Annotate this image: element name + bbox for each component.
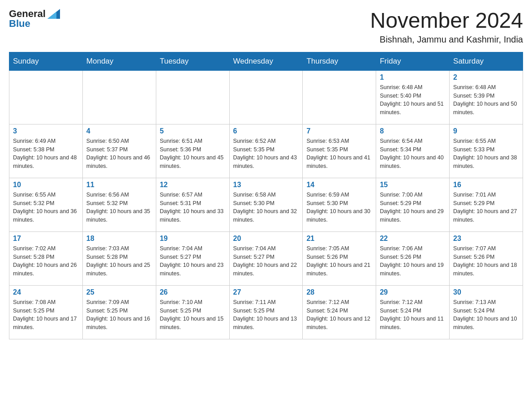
svg-marker-1	[47, 12, 56, 19]
week-row-0: 1Sunrise: 6:48 AMSunset: 5:40 PMDaylight…	[9, 70, 523, 124]
day-number: 19	[160, 235, 226, 243]
calendar-cell	[9, 70, 83, 124]
title-block: November 2024 Bishnah, Jammu and Kashmir…	[370, 9, 523, 45]
day-number: 6	[233, 127, 299, 135]
day-number: 16	[453, 181, 519, 189]
logo-icon	[47, 9, 60, 19]
day-info: Sunrise: 6:52 AMSunset: 5:35 PMDaylight:…	[233, 137, 299, 171]
calendar-cell: 22Sunrise: 7:06 AMSunset: 5:26 PMDayligh…	[376, 231, 450, 285]
day-info: Sunrise: 7:11 AMSunset: 5:25 PMDaylight:…	[233, 298, 299, 332]
day-info: Sunrise: 7:04 AMSunset: 5:27 PMDaylight:…	[233, 244, 299, 278]
calendar-body: 1Sunrise: 6:48 AMSunset: 5:40 PMDaylight…	[9, 70, 523, 339]
calendar-cell: 1Sunrise: 6:48 AMSunset: 5:40 PMDaylight…	[376, 70, 450, 124]
calendar-cell: 13Sunrise: 6:58 AMSunset: 5:30 PMDayligh…	[229, 178, 303, 231]
calendar-cell: 30Sunrise: 7:13 AMSunset: 5:24 PMDayligh…	[450, 285, 523, 339]
day-number: 14	[306, 181, 372, 189]
day-number: 21	[306, 235, 372, 243]
calendar-cell	[156, 70, 229, 124]
day-info: Sunrise: 6:51 AMSunset: 5:36 PMDaylight:…	[160, 137, 226, 171]
calendar-cell: 14Sunrise: 6:59 AMSunset: 5:30 PMDayligh…	[303, 178, 376, 231]
calendar-cell: 19Sunrise: 7:04 AMSunset: 5:27 PMDayligh…	[156, 231, 229, 285]
day-number: 27	[233, 288, 299, 296]
calendar-cell: 2Sunrise: 6:48 AMSunset: 5:39 PMDaylight…	[450, 70, 523, 124]
day-info: Sunrise: 7:04 AMSunset: 5:27 PMDaylight:…	[160, 244, 226, 278]
day-number: 17	[13, 235, 79, 243]
day-info: Sunrise: 7:01 AMSunset: 5:29 PMDaylight:…	[453, 191, 519, 224]
day-info: Sunrise: 6:55 AMSunset: 5:33 PMDaylight:…	[453, 137, 519, 171]
day-info: Sunrise: 6:53 AMSunset: 5:35 PMDaylight:…	[306, 137, 372, 171]
day-number: 13	[233, 181, 299, 189]
day-info: Sunrise: 6:50 AMSunset: 5:37 PMDaylight:…	[86, 137, 152, 171]
day-info: Sunrise: 7:09 AMSunset: 5:25 PMDaylight:…	[86, 298, 152, 332]
weekday-header-wednesday: Wednesday	[229, 52, 303, 70]
calendar-cell: 16Sunrise: 7:01 AMSunset: 5:29 PMDayligh…	[450, 178, 523, 231]
day-info: Sunrise: 7:08 AMSunset: 5:25 PMDaylight:…	[13, 298, 79, 332]
day-info: Sunrise: 7:13 AMSunset: 5:24 PMDaylight:…	[453, 298, 519, 332]
day-number: 15	[380, 181, 446, 189]
weekday-header-tuesday: Tuesday	[156, 52, 229, 70]
day-number: 3	[13, 127, 79, 135]
day-number: 11	[86, 181, 152, 189]
calendar-cell: 23Sunrise: 7:07 AMSunset: 5:26 PMDayligh…	[450, 231, 523, 285]
weekday-header-friday: Friday	[376, 52, 450, 70]
calendar-cell: 26Sunrise: 7:10 AMSunset: 5:25 PMDayligh…	[156, 285, 229, 339]
weekday-header-sunday: Sunday	[9, 52, 83, 70]
logo-blue: Blue	[9, 18, 30, 29]
calendar-cell: 6Sunrise: 6:52 AMSunset: 5:35 PMDaylight…	[229, 124, 303, 178]
day-number: 22	[380, 235, 446, 243]
calendar-cell: 4Sunrise: 6:50 AMSunset: 5:37 PMDaylight…	[82, 124, 156, 178]
calendar-cell: 17Sunrise: 7:02 AMSunset: 5:28 PMDayligh…	[9, 231, 83, 285]
day-number: 5	[160, 127, 226, 135]
logo: General Blue	[9, 9, 60, 29]
day-info: Sunrise: 7:02 AMSunset: 5:28 PMDaylight:…	[13, 244, 79, 278]
calendar-cell: 15Sunrise: 7:00 AMSunset: 5:29 PMDayligh…	[376, 178, 450, 231]
month-title: November 2024	[370, 9, 523, 33]
day-number: 4	[86, 127, 152, 135]
weekday-header-monday: Monday	[82, 52, 156, 70]
calendar-cell	[303, 70, 376, 124]
day-number: 12	[160, 181, 226, 189]
day-number: 25	[86, 288, 152, 296]
calendar-cell	[229, 70, 303, 124]
week-row-1: 3Sunrise: 6:49 AMSunset: 5:38 PMDaylight…	[9, 124, 523, 178]
day-info: Sunrise: 7:00 AMSunset: 5:29 PMDaylight:…	[380, 191, 446, 224]
day-info: Sunrise: 6:48 AMSunset: 5:39 PMDaylight:…	[453, 83, 519, 117]
day-info: Sunrise: 7:07 AMSunset: 5:26 PMDaylight:…	[453, 244, 519, 278]
day-number: 10	[13, 181, 79, 189]
calendar-cell: 3Sunrise: 6:49 AMSunset: 5:38 PMDaylight…	[9, 124, 83, 178]
day-number: 18	[86, 235, 152, 243]
calendar-cell: 21Sunrise: 7:05 AMSunset: 5:26 PMDayligh…	[303, 231, 376, 285]
day-number: 9	[453, 127, 519, 135]
logo-general: General	[9, 9, 46, 19]
calendar-cell: 10Sunrise: 6:55 AMSunset: 5:32 PMDayligh…	[9, 178, 83, 231]
calendar-cell: 8Sunrise: 6:54 AMSunset: 5:34 PMDaylight…	[376, 124, 450, 178]
day-info: Sunrise: 6:55 AMSunset: 5:32 PMDaylight:…	[13, 191, 79, 224]
day-info: Sunrise: 6:58 AMSunset: 5:30 PMDaylight:…	[233, 191, 299, 224]
calendar-cell	[82, 70, 156, 124]
calendar-cell: 27Sunrise: 7:11 AMSunset: 5:25 PMDayligh…	[229, 285, 303, 339]
calendar-cell: 25Sunrise: 7:09 AMSunset: 5:25 PMDayligh…	[82, 285, 156, 339]
week-row-4: 24Sunrise: 7:08 AMSunset: 5:25 PMDayligh…	[9, 285, 523, 339]
calendar-cell: 5Sunrise: 6:51 AMSunset: 5:36 PMDaylight…	[156, 124, 229, 178]
day-info: Sunrise: 7:06 AMSunset: 5:26 PMDaylight:…	[380, 244, 446, 278]
weekday-header-row: SundayMondayTuesdayWednesdayThursdayFrid…	[9, 52, 523, 70]
day-info: Sunrise: 6:54 AMSunset: 5:34 PMDaylight:…	[380, 137, 446, 171]
location-title: Bishnah, Jammu and Kashmir, India	[370, 34, 523, 45]
calendar-cell: 18Sunrise: 7:03 AMSunset: 5:28 PMDayligh…	[82, 231, 156, 285]
calendar-cell: 28Sunrise: 7:12 AMSunset: 5:24 PMDayligh…	[303, 285, 376, 339]
day-info: Sunrise: 7:03 AMSunset: 5:28 PMDaylight:…	[86, 244, 152, 278]
day-info: Sunrise: 6:57 AMSunset: 5:31 PMDaylight:…	[160, 191, 226, 224]
calendar-cell: 24Sunrise: 7:08 AMSunset: 5:25 PMDayligh…	[9, 285, 83, 339]
day-number: 20	[233, 235, 299, 243]
day-number: 2	[453, 73, 519, 81]
day-number: 30	[453, 288, 519, 296]
calendar-cell: 11Sunrise: 6:56 AMSunset: 5:32 PMDayligh…	[82, 178, 156, 231]
weekday-header-thursday: Thursday	[303, 52, 376, 70]
calendar-header: SundayMondayTuesdayWednesdayThursdayFrid…	[9, 52, 523, 70]
calendar-cell: 12Sunrise: 6:57 AMSunset: 5:31 PMDayligh…	[156, 178, 229, 231]
day-number: 28	[306, 288, 372, 296]
day-number: 1	[380, 73, 446, 81]
day-number: 23	[453, 235, 519, 243]
day-number: 8	[380, 127, 446, 135]
day-info: Sunrise: 6:56 AMSunset: 5:32 PMDaylight:…	[86, 191, 152, 224]
